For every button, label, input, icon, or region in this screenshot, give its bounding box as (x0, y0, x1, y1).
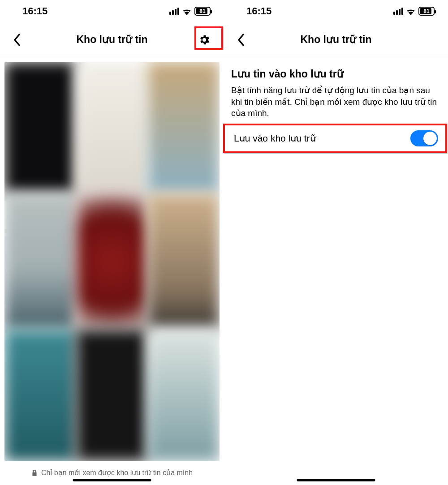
gear-icon (198, 34, 211, 46)
page-title: Kho lưu trữ tin (0, 34, 224, 46)
archive-setting-title: Lưu tin vào kho lưu trữ (231, 68, 441, 80)
archive-toggle-row[interactable]: Lưu vào kho lưu trữ (231, 125, 441, 151)
cellular-icon (169, 8, 179, 15)
back-button[interactable] (231, 30, 251, 50)
battery-icon: 81 (418, 7, 435, 16)
chevron-left-icon (13, 33, 21, 47)
status-time: 16:15 (22, 5, 47, 17)
status-bar: 16:15 81 (224, 0, 448, 22)
archive-toggle-switch[interactable] (410, 130, 438, 146)
home-indicator[interactable] (73, 479, 151, 481)
battery-icon: 81 (194, 7, 211, 16)
screen-settings: 16:15 81 Kho lưu trữ tin Lưu tin vào kho… (224, 0, 448, 485)
archive-toggle-label: Lưu vào kho lưu trữ (234, 133, 316, 144)
nav-bar: Kho lưu trữ tin (0, 22, 224, 57)
chevron-left-icon (237, 33, 245, 47)
back-button[interactable] (7, 30, 27, 50)
archive-grid[interactable] (4, 62, 220, 461)
wifi-icon (406, 7, 416, 15)
status-bar: 16:15 81 (0, 0, 224, 22)
archive-privacy-text: Chỉ bạn mới xem được kho lưu trữ tin của… (41, 468, 193, 477)
archive-privacy-note: Chỉ bạn mới xem được kho lưu trữ tin của… (0, 466, 224, 485)
home-indicator[interactable] (297, 479, 375, 481)
lock-icon (31, 469, 38, 476)
settings-button[interactable] (192, 29, 217, 51)
archive-setting-desc: Bật tính năng lưu trữ để tự động lưu tin… (231, 85, 441, 119)
wifi-icon (182, 7, 192, 15)
page-title: Kho lưu trữ tin (224, 34, 448, 46)
nav-bar: Kho lưu trữ tin (224, 22, 448, 57)
cellular-icon (393, 8, 403, 15)
settings-content: Lưu tin vào kho lưu trữ Bật tính năng lư… (224, 57, 448, 151)
status-time: 16:15 (246, 5, 271, 17)
screen-archive: 16:15 81 Kho lưu trữ tin (0, 0, 224, 485)
